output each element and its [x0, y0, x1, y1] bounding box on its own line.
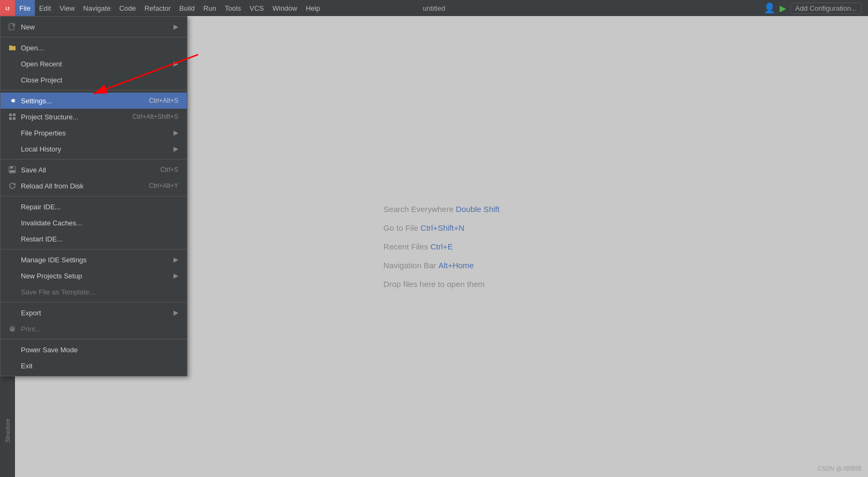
menu-item-file-properties[interactable]: File Properties ▶ [1, 125, 187, 141]
menu-item-reload-all[interactable]: Reload All from Disk Ctrl+Alt+Y [1, 178, 187, 194]
menu-invalidate-caches-label: Invalidate Caches... [21, 219, 178, 227]
file-properties-arrow-icon: ▶ [173, 129, 178, 137]
separator-6 [1, 302, 187, 302]
menu-item-new[interactable]: New ▶ [1, 19, 187, 35]
center-hints: Search Everywhere Double Shift Go to Fil… [383, 205, 500, 289]
menu-local-history-label: Local History [21, 145, 169, 153]
menu-help[interactable]: Help [301, 0, 324, 16]
add-config-button[interactable]: Add Configuration... [790, 3, 862, 14]
menu-export-label: Export [21, 309, 169, 317]
structure-tab[interactable]: Structure [3, 417, 12, 445]
menu-item-open-recent[interactable]: Open Recent ▶ [1, 56, 187, 72]
menu-restart-ide-label: Restart IDE... [21, 235, 178, 243]
menu-item-save-file-template: Save File as Template... [1, 284, 187, 300]
manage-ide-settings-icon [7, 254, 18, 265]
save-all-shortcut: Ctrl+S [160, 166, 178, 173]
new-projects-setup-arrow-icon: ▶ [173, 272, 178, 279]
local-history-arrow-icon: ▶ [173, 145, 178, 153]
menu-refactor[interactable]: Refactor [140, 0, 175, 16]
hint-goto-file-text: Go to File [383, 223, 418, 232]
hint-recent-files-text: Recent Files [383, 242, 428, 251]
menu-item-export[interactable]: Export ▶ [1, 305, 187, 321]
menu-item-print: Print... [1, 321, 187, 337]
close-project-icon [7, 74, 18, 85]
menu-item-restart-ide[interactable]: Restart IDE... [1, 231, 187, 247]
user-icon[interactable]: 👤 [764, 2, 775, 14]
export-icon [7, 307, 18, 318]
menu-save-file-template-label: Save File as Template... [21, 288, 178, 296]
export-arrow-icon: ▶ [173, 309, 178, 316]
menu-file[interactable]: File [15, 0, 35, 16]
menu-run[interactable]: Run [199, 0, 221, 16]
menu-navigate[interactable]: Navigate [79, 0, 115, 16]
menu-item-new-projects-setup[interactable]: New Projects Setup ▶ [1, 268, 187, 284]
separator-7 [1, 339, 187, 339]
open-recent-arrow-icon: ▶ [173, 60, 178, 67]
open-recent-icon [7, 58, 18, 69]
new-projects-setup-icon [7, 270, 18, 281]
menu-code[interactable]: Code [115, 0, 140, 16]
hint-search-everywhere-shortcut: Double Shift [456, 205, 500, 214]
svg-text:IJ: IJ [5, 6, 10, 11]
hint-search-everywhere-text: Search Everywhere [383, 205, 454, 214]
menu-power-save-mode-label: Power Save Mode [21, 346, 178, 354]
hint-navigation-bar: Navigation Bar Alt+Home [383, 261, 474, 270]
menu-item-settings[interactable]: Settings... Ctrl+Alt+S [1, 93, 187, 109]
app-logo: IJ [0, 0, 15, 16]
hint-drop-files: Drop files here to open them [383, 279, 485, 289]
separator-1 [1, 37, 187, 37]
hint-recent-files: Recent Files Ctrl+E [383, 242, 453, 251]
hint-search-everywhere: Search Everywhere Double Shift [383, 205, 500, 214]
menu-open-recent-label: Open Recent [21, 60, 169, 68]
separator-4 [1, 196, 187, 196]
settings-shortcut: Ctrl+Alt+S [149, 97, 178, 104]
invalidate-caches-icon [7, 217, 18, 228]
exit-icon [7, 360, 18, 371]
hint-navigation-bar-text: Navigation Bar [383, 261, 436, 270]
save-file-template-icon [7, 286, 18, 297]
menu-view[interactable]: View [55, 0, 79, 16]
menu-item-repair-ide[interactable]: Repair IDE... [1, 199, 187, 215]
run-icon[interactable]: ▶ [780, 3, 786, 13]
svg-rect-12 [10, 170, 15, 172]
menu-print-label: Print... [21, 325, 178, 333]
menu-item-local-history[interactable]: Local History ▶ [1, 141, 187, 157]
reload-all-shortcut: Ctrl+Alt+Y [149, 182, 178, 190]
title-bar: IJ File Edit View Navigate Code Refactor… [0, 0, 868, 16]
menu-item-project-structure[interactable]: Project Structure... Ctrl+Alt+Shift+S [1, 109, 187, 125]
menu-vcs[interactable]: VCS [245, 0, 268, 16]
menu-item-power-save-mode[interactable]: Power Save Mode [1, 342, 187, 358]
menu-tools[interactable]: Tools [221, 0, 245, 16]
menu-exit-label: Exit [21, 362, 178, 370]
hint-recent-files-shortcut: Ctrl+E [431, 242, 453, 251]
open-folder-icon [7, 42, 18, 53]
manage-ide-settings-arrow-icon: ▶ [173, 256, 178, 263]
print-icon [7, 323, 18, 334]
menu-manage-ide-settings-label: Manage IDE Settings [21, 256, 169, 264]
menu-item-open[interactable]: Open... [1, 40, 187, 56]
menu-edit[interactable]: Edit [35, 0, 55, 16]
menu-item-exit[interactable]: Exit [1, 358, 187, 374]
separator-5 [1, 249, 187, 249]
menu-new-projects-setup-label: New Projects Setup [21, 272, 169, 280]
reload-icon [7, 180, 18, 191]
svg-rect-9 [13, 117, 16, 120]
file-properties-icon [7, 127, 18, 138]
menu-window[interactable]: Window [268, 0, 301, 16]
svg-rect-5 [9, 24, 14, 30]
power-save-mode-icon [7, 344, 18, 355]
menu-item-close-project[interactable]: Close Project [1, 72, 187, 88]
menu-build[interactable]: Build [175, 0, 199, 16]
new-file-icon [7, 21, 18, 32]
svg-rect-15 [11, 329, 14, 331]
menu-item-save-all[interactable]: Save All Ctrl+S [1, 162, 187, 178]
menu-close-project-label: Close Project [21, 76, 178, 84]
hint-goto-file-shortcut: Ctrl+Shift+N [420, 223, 464, 232]
repair-ide-icon [7, 201, 18, 212]
menu-item-invalidate-caches[interactable]: Invalidate Caches... [1, 215, 187, 231]
menu-item-manage-ide-settings[interactable]: Manage IDE Settings ▶ [1, 252, 187, 268]
menu-open-label: Open... [21, 44, 178, 52]
settings-gear-icon [7, 95, 18, 106]
app-title: untitled [423, 4, 446, 12]
save-all-icon [7, 164, 18, 175]
